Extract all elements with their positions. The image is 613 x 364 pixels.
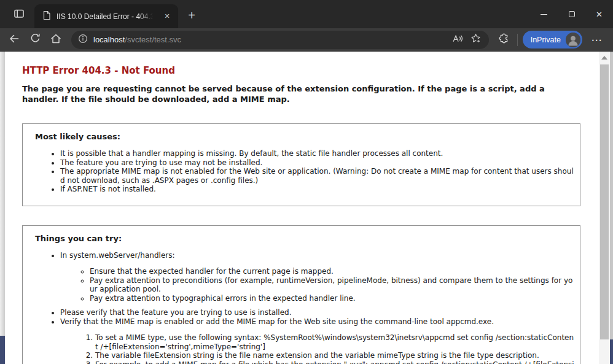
- url-path: /svctest/test.svc: [125, 35, 181, 44]
- mime-steps-list: To set a MIME type, use the following sy…: [60, 333, 575, 364]
- causes-list: It is possible that a handler mapping is…: [35, 149, 575, 194]
- inprivate-badge[interactable]: InPrivate: [523, 31, 582, 48]
- list-item: To set a MIME type, use the following sy…: [95, 333, 575, 351]
- list-item: Please verify that the feature you are t…: [60, 308, 575, 317]
- browser-toolbar: localhost/svctest/test.svc: [0, 28, 613, 52]
- settings-more-button[interactable]: ⋯: [586, 31, 607, 49]
- list-item: Pay extra attention to preconditions (fo…: [90, 276, 575, 294]
- window-maximize-button[interactable]: [558, 0, 585, 28]
- causes-heading: Most likely causes:: [35, 132, 575, 141]
- error-summary: The page you are requesting cannot be se…: [22, 83, 579, 104]
- list-item: If ASP.NET is not installed.: [60, 185, 575, 194]
- right-edge-strip-bottom: [610, 339, 613, 364]
- read-aloud-button[interactable]: [448, 32, 467, 48]
- window-minimize-button[interactable]: [530, 0, 558, 28]
- puzzle-piece-icon: [498, 33, 510, 47]
- browser-tab[interactable]: IIS 10.0 Detailed Error - 404.3 - N ✕: [34, 4, 178, 28]
- toolbar-divider: [517, 34, 518, 46]
- new-tab-button[interactable]: +: [183, 7, 200, 25]
- most-likely-causes-box: Most likely causes: It is possible that …: [22, 123, 580, 206]
- maximize-icon: [569, 11, 575, 17]
- list-item: The feature you are trying to use may no…: [60, 158, 575, 168]
- tab-close-button[interactable]: ✕: [161, 10, 173, 23]
- handlers-sub-list: Ensure that the expected handler for the…: [60, 267, 575, 303]
- vertical-scrollbar[interactable]: [599, 52, 610, 364]
- browser-workspaces-icon: [13, 7, 25, 22]
- scroll-up-arrow-icon[interactable]: [601, 56, 607, 60]
- back-arrow-icon: [8, 33, 20, 47]
- person-avatar-icon: [566, 33, 580, 47]
- list-item: Ensure that the expected handler for the…: [90, 267, 575, 276]
- document-page-icon: [42, 10, 52, 23]
- tab-title: IIS 10.0 Detailed Error - 404.3 - N: [57, 12, 156, 21]
- url-text: localhost/svctest/test.svc: [93, 35, 448, 44]
- list-item: Pay extra attention to typographical err…: [90, 294, 575, 303]
- list-item-text: Verify that the MIME map is enabled or a…: [60, 317, 494, 326]
- minimize-icon: [541, 14, 547, 15]
- list-item: The variable fileExtension string is the…: [95, 351, 575, 360]
- browser-titlebar: IIS 10.0 Detailed Error - 404.3 - N ✕ + …: [0, 0, 613, 28]
- try-heading: Things you can try:: [35, 234, 575, 243]
- list-item: The appropriate MIME map is not enabled …: [60, 167, 575, 185]
- list-item-text: In system.webServer/handlers:: [60, 251, 175, 260]
- window-controls: ✕: [530, 0, 613, 28]
- list-item: It is possible that a handler mapping is…: [60, 149, 575, 158]
- home-icon: [50, 33, 62, 47]
- star-plus-icon: [470, 33, 482, 47]
- read-aloud-a-icon: [451, 33, 463, 47]
- page-content: HTTP Error 404.3 - Not Found The page yo…: [0, 52, 613, 364]
- workspaces-button[interactable]: [9, 7, 29, 23]
- inprivate-label: InPrivate: [531, 36, 561, 44]
- list-item: In system.webServer/handlers: Ensure tha…: [60, 251, 575, 303]
- address-bar[interactable]: localhost/svctest/test.svc: [71, 31, 489, 49]
- list-item: Verify that the MIME map is enabled or a…: [60, 317, 575, 364]
- refresh-icon: [29, 33, 41, 47]
- page-title: HTTP Error 404.3 - Not Found: [22, 65, 579, 76]
- window-close-button[interactable]: ✕: [585, 0, 613, 28]
- info-circle-icon[interactable]: [77, 33, 88, 47]
- things-to-try-box: Things you can try: In system.webServer/…: [22, 225, 580, 364]
- try-list: In system.webServer/handlers: Ensure tha…: [35, 251, 575, 364]
- extensions-button[interactable]: [494, 31, 515, 49]
- scrollbar-thumb[interactable]: [600, 64, 609, 339]
- favorites-button[interactable]: [467, 32, 485, 48]
- left-edge-strip: [0, 52, 5, 364]
- url-host: localhost: [93, 35, 125, 44]
- back-button[interactable]: [4, 31, 25, 49]
- home-button[interactable]: [45, 31, 66, 49]
- left-edge-strip-bottom: [0, 336, 5, 364]
- refresh-button[interactable]: [25, 31, 45, 49]
- list-item: For example, to add a MIME map for a fil…: [95, 360, 575, 364]
- error-page: HTTP Error 404.3 - Not Found The page yo…: [0, 52, 613, 364]
- right-edge-strip: [610, 52, 613, 364]
